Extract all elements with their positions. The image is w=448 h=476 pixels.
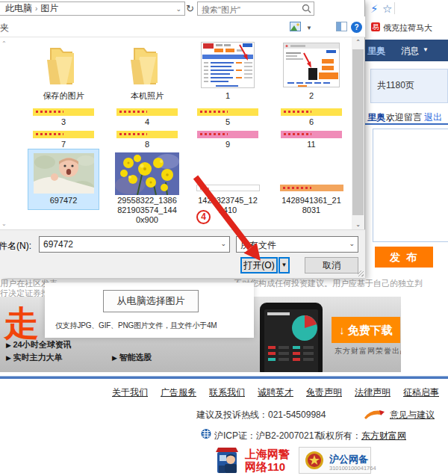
comment-textarea[interactable]: [373, 129, 448, 242]
scrollbar-thumb[interactable]: [352, 49, 364, 215]
file-thumbnail-strip-yellow[interactable]: [33, 108, 94, 116]
banner-credit-label: 东方财富网荣誉出品: [335, 346, 401, 356]
file-thumbnail-strip-yellow[interactable]: [116, 108, 178, 116]
feedback-pen-icon: [363, 407, 385, 421]
address-bar[interactable]: 此电脑 › 图片 ⌄: [0, 1, 185, 16]
tiny-red-text: [200, 188, 211, 190]
breadcrumb-pictures[interactable]: 图片: [40, 2, 58, 15]
footer-divider: [0, 377, 448, 379]
file-label[interactable]: 本机照片: [108, 91, 186, 101]
chevron-down-icon: ▼: [423, 46, 429, 53]
file-thumbnail-strip-orange[interactable]: [280, 185, 343, 191]
file-thumbnail-strip-yellow[interactable]: [33, 131, 94, 138]
open-button[interactable]: 打开(O): [240, 257, 278, 273]
file-thumbnail-photo-flowers[interactable]: [115, 152, 179, 198]
thumbnail-view-icon[interactable]: [290, 22, 301, 31]
breadcrumb-this-pc[interactable]: 此电脑: [5, 2, 32, 15]
file-thumbnail-strip-white[interactable]: [196, 185, 260, 191]
file-thumbnail-strip-yellow[interactable]: [116, 131, 178, 138]
breadcrumb: 此电脑 › 图片: [0, 2, 58, 15]
chevron-down-icon[interactable]: ▼: [306, 25, 312, 31]
beian-badge[interactable]: 沪公网备 310100100041764: [299, 447, 371, 474]
file-label[interactable]: 697472: [25, 196, 102, 205]
choose-from-computer-button[interactable]: 从电脑选择图片: [103, 290, 199, 312]
file-label[interactable]: 1: [189, 91, 267, 101]
chevron-down-icon[interactable]: ⌄: [1, 220, 7, 227]
file-thumbnail-webshot2[interactable]: [283, 43, 340, 90]
file-label[interactable]: 3: [25, 117, 102, 127]
logout-link[interactable]: 退出: [424, 111, 442, 124]
tiny-red-text: [36, 111, 63, 113]
phone-app-image: [258, 303, 324, 372]
banner-feature-3: ▶ 智能选股: [112, 352, 152, 363]
publish-button[interactable]: 发 布: [375, 247, 433, 268]
cancel-button[interactable]: 取消: [305, 257, 358, 273]
search-icon: [302, 4, 311, 13]
navbar-messages-menu[interactable]: 消息: [401, 45, 419, 58]
file-thumbnail-webshot1[interactable]: [201, 42, 255, 91]
bullet-icon: ▶: [6, 341, 13, 349]
free-download-button[interactable]: ↓ 免费下载: [332, 317, 400, 343]
greeting-text: 欢迎留言: [386, 111, 422, 124]
file-label[interactable]: 保存的图片: [25, 91, 102, 101]
tiny-red-text: [200, 111, 228, 113]
new-folder-label-clipped[interactable]: 夹: [0, 22, 9, 34]
preview-pane-icon[interactable]: [336, 22, 347, 31]
file-thumbnail-strip-yellow[interactable]: [197, 108, 258, 116]
file-thumbnail-strip-pink[interactable]: [281, 131, 342, 138]
bullet-icon: ▶: [6, 354, 13, 362]
file-thumbnail-strip-pink[interactable]: [197, 131, 258, 138]
disclaimer-fragment: ，不对您构成任何投资建议。用户应基于自己的独立判: [225, 278, 423, 289]
filename-label: 文件名(N):: [0, 240, 31, 253]
file-label[interactable]: 2: [273, 91, 350, 101]
icp-license-label: 沪ICP证：沪B2-20070217: [214, 430, 319, 442]
banner-feature-1: ▶ 24小时全球资讯: [6, 339, 72, 350]
bookmark-label[interactable]: 俄克拉荷马大: [383, 22, 432, 34]
file-label[interactable]: 11: [273, 140, 350, 149]
copyright-label: 版权所有：东方财富网: [317, 430, 406, 442]
file-thumbnail-strip-yellow[interactable]: [281, 108, 342, 116]
search-input[interactable]: 搜索"图片": [197, 1, 314, 16]
file-thumbnail-folder[interactable]: [123, 45, 171, 93]
vertical-scrollbar[interactable]: ⌃ ⌄: [352, 37, 364, 229]
page-count-label: 共1180页: [377, 79, 414, 92]
filename-input[interactable]: 697472 ⌄: [39, 236, 230, 253]
police-badge-line2[interactable]: 网络110: [245, 460, 285, 475]
chevron-up-icon[interactable]: ⌃: [1, 40, 7, 47]
footer-link-6[interactable]: 法律声明: [355, 386, 391, 399]
national-emblem-icon: [305, 450, 324, 471]
file-label[interactable]: 6: [273, 117, 350, 127]
scroll-up-arrow[interactable]: ⌃: [352, 39, 364, 46]
tiny-red-text: [119, 133, 147, 135]
chevron-down-icon[interactable]: ⌄: [220, 240, 226, 247]
footer-link-3[interactable]: 联系我们: [209, 386, 245, 399]
chevron-down-icon[interactable]: ⌄: [349, 240, 355, 247]
lightning-icon[interactable]: ⚡: [370, 2, 379, 16]
file-thumbnail-folder[interactable]: [40, 45, 87, 93]
help-icon[interactable]: ?: [351, 22, 362, 33]
file-label[interactable]: 9: [189, 140, 267, 149]
scroll-down-arrow[interactable]: ⌄: [352, 221, 364, 228]
chevron-down-icon[interactable]: ⌄: [175, 5, 181, 13]
footer-link-2[interactable]: 广告服务: [161, 386, 196, 399]
open-button-dropdown[interactable]: ▼: [279, 257, 290, 273]
file-thumbnail-photo-baby[interactable]: [34, 153, 94, 197]
icp-badge-icon: [201, 428, 211, 439]
footer-link-5[interactable]: 免责声明: [306, 386, 342, 399]
feedback-link[interactable]: 意见与建议: [390, 409, 435, 421]
footer-link-4[interactable]: 诚聘英才: [258, 386, 293, 399]
footer-link-7[interactable]: 征稿启事: [403, 386, 439, 399]
filetype-select[interactable]: 所有文件 ⌄: [236, 236, 358, 253]
navbar-username[interactable]: 里奥: [367, 45, 385, 58]
resize-grip[interactable]: [358, 271, 364, 276]
footer-link-1[interactable]: 关于我们: [112, 386, 148, 399]
favorite-star-icon[interactable]: ☆: [382, 2, 392, 16]
file-label[interactable]: 1428941361_21 8031: [273, 196, 350, 215]
file-label[interactable]: 8: [108, 140, 186, 149]
file-label[interactable]: 29558322_1386 821903574_144 0x900: [108, 196, 186, 225]
site-link[interactable]: 东方财富网: [361, 430, 406, 441]
refresh-icon[interactable]: ↻: [186, 3, 194, 14]
file-label[interactable]: 5: [189, 117, 267, 127]
file-label[interactable]: 4: [108, 117, 186, 127]
footer-links: 关于我们广告服务联系我们诚聘英才免责声明法律声明征稿启事: [112, 386, 439, 399]
